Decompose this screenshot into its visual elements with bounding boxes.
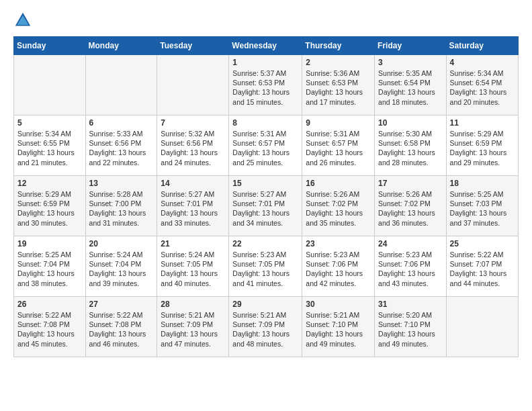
day-cell: 15Sunrise: 5:27 AM Sunset: 7:01 PM Dayli…	[229, 176, 302, 236]
day-number: 28	[161, 300, 225, 309]
header	[13, 11, 519, 30]
calendar-table: SundayMondayTuesdayWednesdayThursdayFrid…	[13, 36, 519, 357]
day-number: 8	[232, 118, 298, 128]
day-number: 21	[161, 239, 225, 248]
day-cell: 7Sunrise: 5:32 AM Sunset: 6:56 PM Daylig…	[157, 116, 229, 176]
day-cell: 6Sunrise: 5:33 AM Sunset: 6:56 PM Daylig…	[85, 116, 157, 176]
day-number: 2	[306, 58, 371, 67]
day-cell: 16Sunrise: 5:26 AM Sunset: 7:02 PM Dayli…	[302, 176, 375, 236]
day-number: 15	[232, 179, 298, 188]
day-number: 9	[306, 118, 371, 128]
day-cell: 19Sunrise: 5:25 AM Sunset: 7:04 PM Dayli…	[14, 236, 86, 297]
day-cell: 21Sunrise: 5:24 AM Sunset: 7:05 PM Dayli…	[157, 236, 229, 297]
day-info: Sunrise: 5:27 AM Sunset: 7:01 PM Dayligh…	[161, 189, 225, 228]
day-cell: 1Sunrise: 5:37 AM Sunset: 6:53 PM Daylig…	[229, 55, 302, 116]
day-cell: 20Sunrise: 5:24 AM Sunset: 7:04 PM Dayli…	[85, 236, 157, 297]
day-info: Sunrise: 5:23 AM Sunset: 7:06 PM Dayligh…	[306, 250, 371, 288]
day-cell	[157, 55, 229, 116]
day-info: Sunrise: 5:25 AM Sunset: 7:03 PM Dayligh…	[450, 189, 515, 228]
header-row: SundayMondayTuesdayWednesdayThursdayFrid…	[14, 37, 519, 55]
day-cell: 29Sunrise: 5:21 AM Sunset: 7:09 PM Dayli…	[229, 297, 302, 357]
day-cell: 28Sunrise: 5:21 AM Sunset: 7:09 PM Dayli…	[157, 297, 229, 357]
day-number: 17	[378, 179, 443, 188]
day-number: 18	[450, 179, 515, 188]
day-number: 27	[89, 300, 154, 309]
day-info: Sunrise: 5:30 AM Sunset: 6:58 PM Dayligh…	[378, 129, 443, 167]
day-number: 29	[232, 300, 298, 309]
day-number: 26	[17, 300, 82, 309]
day-info: Sunrise: 5:26 AM Sunset: 7:02 PM Dayligh…	[378, 189, 443, 228]
day-number: 20	[89, 239, 154, 248]
day-cell: 3Sunrise: 5:35 AM Sunset: 6:54 PM Daylig…	[375, 55, 447, 116]
day-info: Sunrise: 5:29 AM Sunset: 6:59 PM Dayligh…	[17, 189, 82, 228]
day-number: 4	[450, 58, 515, 67]
day-cell: 12Sunrise: 5:29 AM Sunset: 6:59 PM Dayli…	[14, 176, 86, 236]
day-number: 22	[232, 239, 298, 248]
day-info: Sunrise: 5:22 AM Sunset: 7:08 PM Dayligh…	[89, 310, 154, 349]
day-cell: 17Sunrise: 5:26 AM Sunset: 7:02 PM Dayli…	[375, 176, 447, 236]
week-row-5: 26Sunrise: 5:22 AM Sunset: 7:08 PM Dayli…	[14, 297, 519, 357]
day-info: Sunrise: 5:37 AM Sunset: 6:53 PM Dayligh…	[232, 68, 298, 107]
day-number: 5	[17, 118, 82, 128]
day-cell	[14, 55, 86, 116]
day-number: 12	[17, 179, 82, 188]
day-info: Sunrise: 5:33 AM Sunset: 6:56 PM Dayligh…	[89, 129, 154, 167]
day-number: 13	[89, 179, 154, 188]
day-cell: 14Sunrise: 5:27 AM Sunset: 7:01 PM Dayli…	[157, 176, 229, 236]
day-number: 7	[161, 118, 225, 128]
day-info: Sunrise: 5:21 AM Sunset: 7:10 PM Dayligh…	[306, 310, 371, 349]
day-info: Sunrise: 5:36 AM Sunset: 6:53 PM Dayligh…	[306, 68, 371, 107]
logo-icon	[13, 11, 32, 30]
day-info: Sunrise: 5:34 AM Sunset: 6:55 PM Dayligh…	[17, 129, 82, 167]
day-info: Sunrise: 5:25 AM Sunset: 7:04 PM Dayligh…	[17, 250, 82, 288]
day-info: Sunrise: 5:27 AM Sunset: 7:01 PM Dayligh…	[232, 189, 298, 228]
week-row-4: 19Sunrise: 5:25 AM Sunset: 7:04 PM Dayli…	[14, 236, 519, 297]
header-day-wednesday: Wednesday	[229, 37, 302, 55]
day-number: 31	[378, 300, 443, 309]
day-number: 6	[89, 118, 154, 128]
day-info: Sunrise: 5:29 AM Sunset: 6:59 PM Dayligh…	[450, 129, 515, 167]
day-cell: 27Sunrise: 5:22 AM Sunset: 7:08 PM Dayli…	[85, 297, 157, 357]
day-info: Sunrise: 5:28 AM Sunset: 7:00 PM Dayligh…	[89, 189, 154, 228]
day-info: Sunrise: 5:20 AM Sunset: 7:10 PM Dayligh…	[378, 310, 443, 349]
day-cell: 4Sunrise: 5:34 AM Sunset: 6:54 PM Daylig…	[446, 55, 518, 116]
day-cell: 23Sunrise: 5:23 AM Sunset: 7:06 PM Dayli…	[302, 236, 375, 297]
header-day-monday: Monday	[85, 37, 157, 55]
day-number: 10	[378, 118, 443, 128]
page: SundayMondayTuesdayWednesdayThursdayFrid…	[0, 0, 532, 368]
day-info: Sunrise: 5:34 AM Sunset: 6:54 PM Dayligh…	[450, 68, 515, 107]
day-cell: 2Sunrise: 5:36 AM Sunset: 6:53 PM Daylig…	[302, 55, 375, 116]
day-cell	[85, 55, 157, 116]
day-cell: 9Sunrise: 5:31 AM Sunset: 6:57 PM Daylig…	[302, 116, 375, 176]
header-day-thursday: Thursday	[302, 37, 375, 55]
day-cell: 24Sunrise: 5:23 AM Sunset: 7:06 PM Dayli…	[375, 236, 447, 297]
day-cell: 5Sunrise: 5:34 AM Sunset: 6:55 PM Daylig…	[14, 116, 86, 176]
day-cell: 26Sunrise: 5:22 AM Sunset: 7:08 PM Dayli…	[14, 297, 86, 357]
day-info: Sunrise: 5:22 AM Sunset: 7:07 PM Dayligh…	[450, 250, 515, 288]
day-cell: 18Sunrise: 5:25 AM Sunset: 7:03 PM Dayli…	[446, 176, 518, 236]
day-info: Sunrise: 5:35 AM Sunset: 6:54 PM Dayligh…	[378, 68, 443, 107]
day-number: 23	[306, 239, 371, 248]
day-info: Sunrise: 5:24 AM Sunset: 7:05 PM Dayligh…	[161, 250, 225, 288]
day-cell: 30Sunrise: 5:21 AM Sunset: 7:10 PM Dayli…	[302, 297, 375, 357]
day-info: Sunrise: 5:24 AM Sunset: 7:04 PM Dayligh…	[89, 250, 154, 288]
day-number: 11	[450, 118, 515, 128]
day-number: 30	[306, 300, 371, 309]
day-number: 1	[232, 58, 298, 67]
day-number: 19	[17, 239, 82, 248]
header-day-tuesday: Tuesday	[157, 37, 229, 55]
day-number: 25	[450, 239, 515, 248]
day-cell	[446, 297, 518, 357]
day-info: Sunrise: 5:31 AM Sunset: 6:57 PM Dayligh…	[306, 129, 371, 167]
day-info: Sunrise: 5:32 AM Sunset: 6:56 PM Dayligh…	[161, 129, 225, 167]
header-day-sunday: Sunday	[14, 37, 86, 55]
day-number: 3	[378, 58, 443, 67]
day-cell: 11Sunrise: 5:29 AM Sunset: 6:59 PM Dayli…	[446, 116, 518, 176]
week-row-2: 5Sunrise: 5:34 AM Sunset: 6:55 PM Daylig…	[14, 116, 519, 176]
logo	[13, 11, 35, 30]
header-day-saturday: Saturday	[446, 37, 518, 55]
day-info: Sunrise: 5:23 AM Sunset: 7:05 PM Dayligh…	[232, 250, 298, 288]
day-number: 16	[306, 179, 371, 188]
day-info: Sunrise: 5:21 AM Sunset: 7:09 PM Dayligh…	[232, 310, 298, 349]
day-info: Sunrise: 5:31 AM Sunset: 6:57 PM Dayligh…	[232, 129, 298, 167]
